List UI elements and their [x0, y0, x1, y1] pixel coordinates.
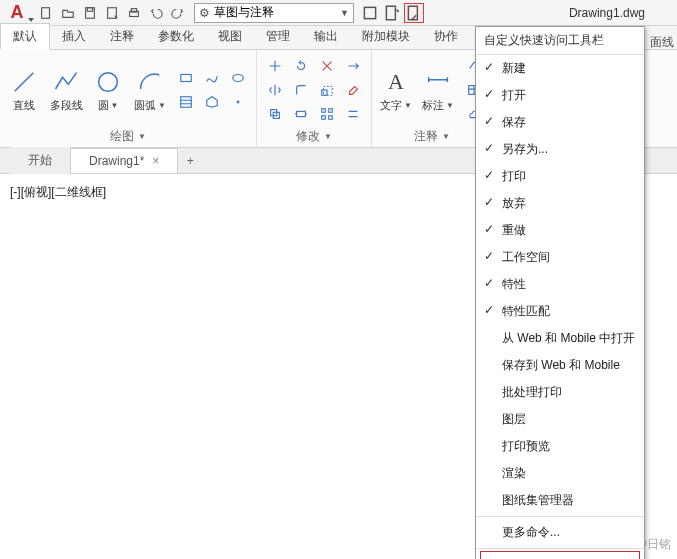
menu-item-render[interactable]: 渲染: [476, 460, 644, 487]
menu-item-redo[interactable]: 重做: [476, 217, 644, 244]
circle-label: 圆: [98, 98, 109, 113]
polyline-button[interactable]: 多段线: [48, 68, 84, 113]
save-icon[interactable]: [80, 3, 100, 23]
svg-rect-12: [181, 97, 192, 108]
mirror-icon[interactable]: [263, 79, 287, 101]
doc-tab-drawing1[interactable]: Drawing1*×: [71, 148, 178, 173]
menu-item-showmenubar[interactable]: 显示菜单栏: [480, 551, 640, 559]
scale-icon[interactable]: [315, 79, 339, 101]
menu-item-matchprop[interactable]: 特性匹配: [476, 298, 644, 325]
chevron-down-icon: ▼: [111, 101, 119, 110]
menu-item-properties[interactable]: 特性: [476, 271, 644, 298]
tab-collab[interactable]: 协作: [422, 24, 470, 49]
move-icon[interactable]: [263, 55, 287, 77]
dimension-button[interactable]: 标注▼: [420, 68, 456, 113]
menu-item-batchplot[interactable]: 批处理打印: [476, 379, 644, 406]
app-menu-button[interactable]: A: [2, 0, 32, 26]
open-icon[interactable]: [58, 3, 78, 23]
tab-default[interactable]: 默认: [0, 23, 50, 50]
copy-icon[interactable]: [263, 103, 287, 125]
svg-point-9: [99, 72, 118, 91]
svg-rect-14: [322, 90, 327, 95]
hatch-icon[interactable]: [174, 91, 198, 113]
stretch-icon[interactable]: [289, 103, 313, 125]
doc-tab-start-label: 开始: [28, 152, 52, 169]
close-icon[interactable]: ×: [152, 154, 159, 168]
extend-icon[interactable]: [341, 55, 365, 77]
svg-rect-0: [42, 7, 50, 18]
document-title: Drawing1.dwg: [569, 6, 645, 20]
menu-item-workspace[interactable]: 工作空间: [476, 244, 644, 271]
menu-item-sheetset[interactable]: 图纸集管理器: [476, 487, 644, 514]
erase-icon[interactable]: [341, 79, 365, 101]
text-button[interactable]: A文字▼: [378, 68, 414, 113]
doc-tab-drawing1-label: Drawing1*: [89, 154, 144, 168]
menu-item-open[interactable]: 打开: [476, 82, 644, 109]
tab-insert[interactable]: 插入: [50, 24, 98, 49]
line-label: 直线: [13, 98, 35, 113]
menu-separator: [476, 548, 644, 549]
draw-small-buttons: [174, 67, 250, 113]
share-icon[interactable]: [360, 3, 380, 23]
doc-tab-start[interactable]: 开始: [10, 147, 71, 174]
chevron-down-icon: ▼: [158, 101, 166, 110]
chevron-down-icon: ▼: [404, 101, 412, 110]
menu-item-preview[interactable]: 打印预览: [476, 433, 644, 460]
trim-icon[interactable]: [315, 55, 339, 77]
title-bar: A ⚙ 草图与注释 ▼ Drawing1.dwg: [0, 0, 677, 26]
redo-icon[interactable]: [168, 3, 188, 23]
point-icon[interactable]: [226, 91, 250, 113]
menu-item-save[interactable]: 保存: [476, 109, 644, 136]
menu-item-saveas[interactable]: 另存为...: [476, 136, 644, 163]
saveas-icon[interactable]: [102, 3, 122, 23]
menu-item-more[interactable]: 更多命令...: [476, 519, 644, 546]
fillet-icon[interactable]: [289, 79, 313, 101]
offset-icon[interactable]: [341, 103, 365, 125]
panel-modify-title: 修改: [296, 128, 320, 145]
tab-output[interactable]: 输出: [302, 24, 350, 49]
workspace-combo[interactable]: ⚙ 草图与注释 ▼: [194, 3, 354, 23]
tab-annotate[interactable]: 注释: [98, 24, 146, 49]
circle-button[interactable]: 圆▼: [90, 68, 126, 113]
ellipse-icon[interactable]: [226, 67, 250, 89]
svg-rect-21: [322, 116, 326, 120]
svg-rect-15: [324, 87, 333, 96]
svg-rect-10: [181, 75, 192, 82]
arc-button[interactable]: 圆弧▼: [132, 68, 168, 113]
line-button[interactable]: 直线: [6, 68, 42, 113]
new-icon[interactable]: [36, 3, 56, 23]
arc-label: 圆弧: [134, 98, 156, 113]
svg-rect-19: [322, 109, 326, 113]
qat-customize-button[interactable]: [404, 3, 424, 23]
menu-separator: [476, 516, 644, 517]
spline-icon[interactable]: [200, 67, 224, 89]
qat-customize-menu: 自定义快速访问工具栏 新建 打开 保存 另存为... 打印 放弃 重做 工作空间…: [475, 26, 645, 559]
menu-item-layer[interactable]: 图层: [476, 406, 644, 433]
rect-icon[interactable]: [174, 67, 198, 89]
rotate-icon[interactable]: [289, 55, 313, 77]
polyline-label: 多段线: [50, 98, 83, 113]
sheet-icon[interactable]: [382, 3, 402, 23]
tab-addins[interactable]: 附加模块: [350, 24, 422, 49]
tab-parametric[interactable]: 参数化: [146, 24, 206, 49]
svg-rect-2: [87, 7, 92, 11]
menu-item-websave[interactable]: 保存到 Web 和 Mobile: [476, 352, 644, 379]
dim-label: 标注: [422, 98, 444, 113]
add-tab-button[interactable]: +: [178, 149, 202, 173]
tab-view[interactable]: 视图: [206, 24, 254, 49]
menu-item-new[interactable]: 新建: [476, 55, 644, 82]
menu-item-webopen[interactable]: 从 Web 和 Mobile 中打开: [476, 325, 644, 352]
chevron-down-icon: ▼: [446, 101, 454, 110]
panel-annot-title: 注释: [414, 128, 438, 145]
undo-icon[interactable]: [146, 3, 166, 23]
menu-item-undo[interactable]: 放弃: [476, 190, 644, 217]
svg-point-11: [233, 75, 244, 82]
svg-rect-20: [329, 109, 333, 113]
print-icon[interactable]: [124, 3, 144, 23]
array-icon[interactable]: [315, 103, 339, 125]
svg-rect-22: [329, 116, 333, 120]
panel-draw-title: 绘图: [110, 128, 134, 145]
menu-item-print[interactable]: 打印: [476, 163, 644, 190]
tab-manage[interactable]: 管理: [254, 24, 302, 49]
polygon-icon[interactable]: [200, 91, 224, 113]
